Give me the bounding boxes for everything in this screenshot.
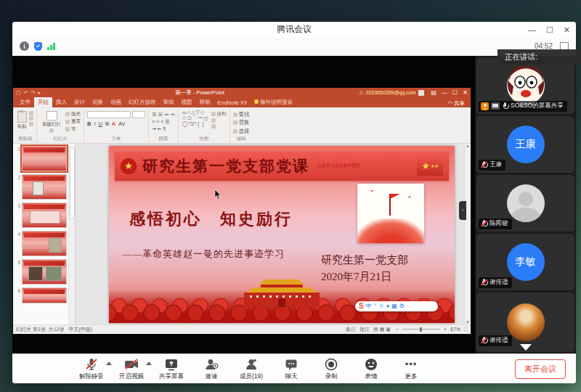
participant-tile[interactable]: 王康 王康	[476, 116, 574, 173]
emoji-button[interactable]: 表情	[359, 357, 383, 381]
zoom-in-button[interactable]: +	[444, 327, 447, 332]
ime-lang-toggle[interactable]: 中	[366, 302, 372, 310]
ime-settings-icon[interactable]: ⚙	[399, 303, 405, 309]
italic-button[interactable]: I	[94, 121, 95, 127]
cut-button[interactable]	[29, 111, 33, 115]
save-icon[interactable]: ▢	[16, 90, 21, 96]
close-button[interactable]: ✕	[564, 22, 570, 38]
tab-view[interactable]: 视图	[178, 97, 196, 107]
comments-toggle[interactable]: 批注	[359, 326, 370, 333]
ime-mic-icon[interactable]: ♦	[386, 303, 389, 309]
underline-button[interactable]: U	[99, 121, 102, 127]
tab-endnote[interactable]: EndNote X9	[214, 98, 251, 107]
ppt-ribbon-display-icon[interactable]: ▤	[431, 89, 437, 96]
sidebar-collapse-handle[interactable]: ›	[459, 201, 466, 220]
security-shield-icon[interactable]	[34, 42, 42, 51]
undo-icon[interactable]: ↶	[24, 90, 28, 96]
tab-design[interactable]: 设计	[70, 97, 89, 107]
participant-tile[interactable]: 谢传适	[476, 293, 574, 352]
layout-button[interactable]: 版式	[65, 111, 81, 118]
ppt-close-button[interactable]: ✕	[463, 89, 468, 96]
share-screen-button[interactable]: 共享屏幕	[159, 357, 184, 381]
alignment-buttons[interactable]: ≡ ≡ ≡ ☰	[152, 118, 169, 125]
ime-emoji-icon[interactable]: ☺	[378, 303, 384, 309]
members-button[interactable]: 成员(19)	[239, 357, 264, 381]
start-slideshow-icon[interactable]: ▸	[38, 90, 41, 96]
tab-review[interactable]: 审阅	[160, 97, 178, 107]
notes-toggle[interactable]: 备注	[346, 326, 356, 333]
quick-access-toolbar[interactable]: ▢ ↶ ↷ ▸	[16, 90, 41, 96]
slide-thumbnail-6[interactable]	[22, 287, 67, 303]
tab-home[interactable]: 开始	[34, 97, 52, 107]
account-info[interactable]: ⚠ 2033650359@qq.com	[359, 90, 423, 96]
tab-animations[interactable]: 动画	[107, 97, 125, 107]
start-video-button[interactable]: 开启视频	[119, 357, 144, 381]
network-signal-icon[interactable]	[47, 42, 55, 50]
replace-button[interactable]: 替换	[233, 119, 250, 126]
fit-to-window-icon[interactable]: ⛶	[464, 327, 468, 332]
participant-tile-sharer[interactable]: SO&SO的屏幕共享	[476, 57, 574, 114]
select-button[interactable]: 选择	[233, 128, 250, 135]
language-indicator[interactable]: 中文(中国)	[69, 326, 93, 333]
view-switcher-icons[interactable]: ▤▦▣	[373, 327, 392, 332]
copy-button[interactable]	[29, 116, 33, 121]
zoom-slider[interactable]	[402, 329, 440, 330]
slide-thumbnail-5[interactable]	[22, 259, 67, 285]
ppt-restore-button[interactable]: ☐	[452, 89, 458, 96]
character-spacing-button[interactable]: AV	[118, 121, 125, 127]
tab-file[interactable]: 文件	[16, 97, 34, 107]
font-size-combobox[interactable]	[132, 111, 145, 118]
format-painter-button[interactable]	[29, 122, 33, 126]
tell-me-search[interactable]: 操作说明搜索	[251, 97, 296, 107]
slide-thumbnail-4[interactable]	[22, 231, 67, 256]
meeting-info-icon[interactable]: i	[20, 41, 29, 51]
more-button[interactable]: ••• 更多	[399, 357, 423, 381]
section-button[interactable]: 节	[65, 126, 81, 133]
video-options-caret[interactable]	[146, 362, 152, 365]
slide-canvas[interactable]: ★ 研究生第一党支部党课 认真学习党史新中国史 ★★★ 感悟初心 知史励行 ❞ …	[109, 146, 455, 323]
invite-button[interactable]: 邀请	[199, 357, 224, 381]
tab-help[interactable]: 帮助	[196, 97, 214, 107]
ppt-minimize-button[interactable]: —	[442, 89, 447, 96]
bullets-numbering-buttons[interactable]: ☰ ☱ ≔ ≕	[152, 111, 175, 118]
sogou-logo[interactable]: S	[359, 302, 364, 310]
ime-keyboard-icon[interactable]: ▦	[391, 303, 397, 309]
zoom-percentage[interactable]: 67%	[450, 327, 460, 332]
unmute-button[interactable]: 解除静音	[79, 357, 104, 381]
text-direction-buttons[interactable]: ⇥ ⇤ ¶	[152, 126, 166, 132]
participant-tile[interactable]: 陈闻碧	[476, 175, 574, 232]
tab-insert[interactable]: 插入	[52, 97, 70, 107]
arrange-button[interactable]: 排列	[211, 111, 227, 118]
slide-thumbnail-3[interactable]	[22, 203, 67, 228]
strikethrough-button[interactable]: S	[105, 121, 109, 127]
account-avatar[interactable]	[418, 90, 424, 96]
mic-options-caret[interactable]	[106, 362, 112, 365]
leave-meeting-button[interactable]: 离开会议	[515, 359, 566, 379]
reset-button[interactable]: 重置	[65, 118, 81, 125]
sogou-ime-bar[interactable]: S 中 ° ☺ ♦ ▦ ⚙	[355, 301, 438, 311]
redo-icon[interactable]: ↷	[31, 90, 36, 96]
slide-thumbnail-1[interactable]	[22, 146, 67, 171]
font-color-button[interactable]: A	[112, 121, 115, 127]
bold-button[interactable]: B	[87, 121, 91, 127]
tab-slideshow[interactable]: 幻灯片放映	[125, 97, 160, 107]
record-button[interactable]: 录制	[319, 357, 344, 381]
zoom-out-button[interactable]: −	[396, 327, 399, 332]
scroll-more-indicator[interactable]	[520, 344, 532, 351]
new-slide-button[interactable]: 新建幻灯片	[40, 110, 63, 134]
slide-thumbnail-2[interactable]	[22, 174, 67, 200]
scroll-up-icon[interactable]: ▲	[466, 144, 470, 148]
ime-punctuation-icon[interactable]: °	[374, 303, 376, 309]
font-name-combobox[interactable]	[87, 111, 131, 118]
tab-transitions[interactable]: 切换	[89, 97, 107, 107]
chat-button[interactable]: 聊天	[279, 357, 304, 381]
thumbnail-scrollbar[interactable]	[68, 146, 75, 324]
participant-tile[interactable]: 李敏 谢传适	[476, 234, 574, 290]
minimize-button[interactable]: —	[528, 22, 536, 38]
share-button[interactable]: ◠共享	[447, 100, 465, 107]
paste-button[interactable]: 粘贴	[17, 110, 27, 130]
maximize-button[interactable]: ☐	[546, 22, 553, 38]
slide-vertical-scrollbar[interactable]: ▲ ▼	[464, 144, 471, 324]
find-button[interactable]: 查找	[233, 111, 250, 118]
shape-fill-button[interactable]	[211, 124, 227, 128]
